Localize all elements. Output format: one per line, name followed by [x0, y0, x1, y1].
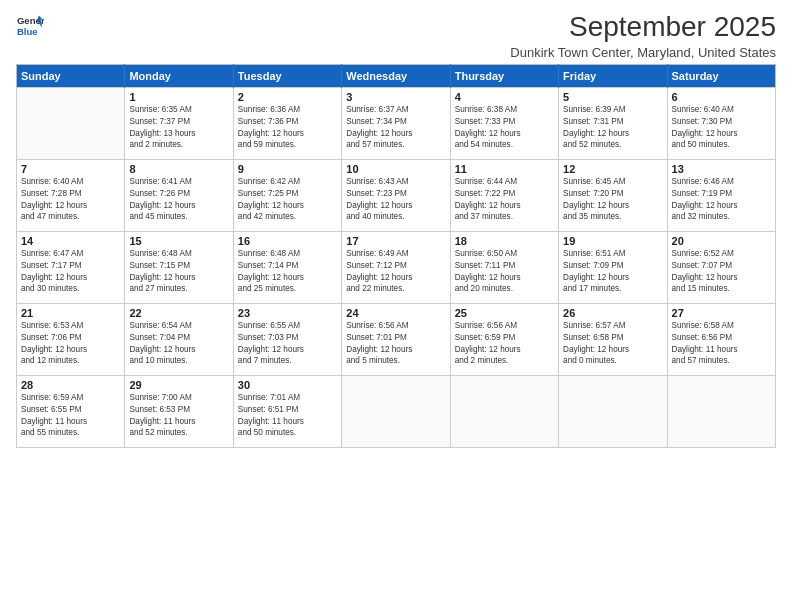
day-number: 3 — [346, 91, 445, 103]
day-info: Sunrise: 6:50 AMSunset: 7:11 PMDaylight:… — [455, 248, 554, 296]
day-number: 14 — [21, 235, 120, 247]
day-number: 18 — [455, 235, 554, 247]
day-info: Sunrise: 6:47 AMSunset: 7:17 PMDaylight:… — [21, 248, 120, 296]
day-info: Sunrise: 6:43 AMSunset: 7:23 PMDaylight:… — [346, 176, 445, 224]
calendar-week-2: 7Sunrise: 6:40 AMSunset: 7:28 PMDaylight… — [17, 159, 776, 231]
calendar-cell: 10Sunrise: 6:43 AMSunset: 7:23 PMDayligh… — [342, 159, 450, 231]
day-number: 24 — [346, 307, 445, 319]
day-number: 17 — [346, 235, 445, 247]
day-number: 10 — [346, 163, 445, 175]
day-number: 6 — [672, 91, 771, 103]
calendar-cell — [450, 375, 558, 447]
day-number: 23 — [238, 307, 337, 319]
calendar-week-3: 14Sunrise: 6:47 AMSunset: 7:17 PMDayligh… — [17, 231, 776, 303]
logo-icon: General Blue — [16, 12, 44, 40]
day-info: Sunrise: 6:37 AMSunset: 7:34 PMDaylight:… — [346, 104, 445, 152]
day-number: 13 — [672, 163, 771, 175]
day-info: Sunrise: 6:48 AMSunset: 7:15 PMDaylight:… — [129, 248, 228, 296]
day-number: 5 — [563, 91, 662, 103]
day-number: 16 — [238, 235, 337, 247]
title-block: September 2025 Dunkirk Town Center, Mary… — [510, 12, 776, 60]
calendar-cell: 3Sunrise: 6:37 AMSunset: 7:34 PMDaylight… — [342, 87, 450, 159]
calendar-cell: 23Sunrise: 6:55 AMSunset: 7:03 PMDayligh… — [233, 303, 341, 375]
day-info: Sunrise: 6:56 AMSunset: 7:01 PMDaylight:… — [346, 320, 445, 368]
calendar-cell: 6Sunrise: 6:40 AMSunset: 7:30 PMDaylight… — [667, 87, 775, 159]
calendar-cell: 26Sunrise: 6:57 AMSunset: 6:58 PMDayligh… — [559, 303, 667, 375]
calendar-cell: 27Sunrise: 6:58 AMSunset: 6:56 PMDayligh… — [667, 303, 775, 375]
calendar-cell: 12Sunrise: 6:45 AMSunset: 7:20 PMDayligh… — [559, 159, 667, 231]
col-monday: Monday — [125, 64, 233, 87]
day-number: 1 — [129, 91, 228, 103]
calendar-cell: 20Sunrise: 6:52 AMSunset: 7:07 PMDayligh… — [667, 231, 775, 303]
day-info: Sunrise: 6:54 AMSunset: 7:04 PMDaylight:… — [129, 320, 228, 368]
calendar-cell: 1Sunrise: 6:35 AMSunset: 7:37 PMDaylight… — [125, 87, 233, 159]
day-number: 22 — [129, 307, 228, 319]
calendar-header-row: Sunday Monday Tuesday Wednesday Thursday… — [17, 64, 776, 87]
calendar-cell: 15Sunrise: 6:48 AMSunset: 7:15 PMDayligh… — [125, 231, 233, 303]
day-info: Sunrise: 6:38 AMSunset: 7:33 PMDaylight:… — [455, 104, 554, 152]
day-info: Sunrise: 6:40 AMSunset: 7:28 PMDaylight:… — [21, 176, 120, 224]
day-info: Sunrise: 6:44 AMSunset: 7:22 PMDaylight:… — [455, 176, 554, 224]
calendar-cell: 14Sunrise: 6:47 AMSunset: 7:17 PMDayligh… — [17, 231, 125, 303]
day-number: 2 — [238, 91, 337, 103]
calendar-cell: 5Sunrise: 6:39 AMSunset: 7:31 PMDaylight… — [559, 87, 667, 159]
calendar-cell: 8Sunrise: 6:41 AMSunset: 7:26 PMDaylight… — [125, 159, 233, 231]
calendar-cell: 2Sunrise: 6:36 AMSunset: 7:36 PMDaylight… — [233, 87, 341, 159]
day-info: Sunrise: 6:55 AMSunset: 7:03 PMDaylight:… — [238, 320, 337, 368]
day-number: 7 — [21, 163, 120, 175]
col-sunday: Sunday — [17, 64, 125, 87]
col-friday: Friday — [559, 64, 667, 87]
day-info: Sunrise: 6:45 AMSunset: 7:20 PMDaylight:… — [563, 176, 662, 224]
col-wednesday: Wednesday — [342, 64, 450, 87]
calendar-cell: 25Sunrise: 6:56 AMSunset: 6:59 PMDayligh… — [450, 303, 558, 375]
calendar-cell: 21Sunrise: 6:53 AMSunset: 7:06 PMDayligh… — [17, 303, 125, 375]
calendar-cell: 28Sunrise: 6:59 AMSunset: 6:55 PMDayligh… — [17, 375, 125, 447]
day-number: 8 — [129, 163, 228, 175]
day-info: Sunrise: 7:01 AMSunset: 6:51 PMDaylight:… — [238, 392, 337, 440]
day-info: Sunrise: 6:36 AMSunset: 7:36 PMDaylight:… — [238, 104, 337, 152]
day-number: 19 — [563, 235, 662, 247]
day-info: Sunrise: 6:46 AMSunset: 7:19 PMDaylight:… — [672, 176, 771, 224]
col-thursday: Thursday — [450, 64, 558, 87]
day-info: Sunrise: 6:57 AMSunset: 6:58 PMDaylight:… — [563, 320, 662, 368]
calendar-cell: 29Sunrise: 7:00 AMSunset: 6:53 PMDayligh… — [125, 375, 233, 447]
day-info: Sunrise: 6:51 AMSunset: 7:09 PMDaylight:… — [563, 248, 662, 296]
calendar-cell: 19Sunrise: 6:51 AMSunset: 7:09 PMDayligh… — [559, 231, 667, 303]
day-info: Sunrise: 6:40 AMSunset: 7:30 PMDaylight:… — [672, 104, 771, 152]
day-info: Sunrise: 6:56 AMSunset: 6:59 PMDaylight:… — [455, 320, 554, 368]
day-info: Sunrise: 6:39 AMSunset: 7:31 PMDaylight:… — [563, 104, 662, 152]
calendar-cell: 4Sunrise: 6:38 AMSunset: 7:33 PMDaylight… — [450, 87, 558, 159]
day-number: 25 — [455, 307, 554, 319]
calendar-cell — [667, 375, 775, 447]
day-info: Sunrise: 6:42 AMSunset: 7:25 PMDaylight:… — [238, 176, 337, 224]
calendar-cell: 9Sunrise: 6:42 AMSunset: 7:25 PMDaylight… — [233, 159, 341, 231]
calendar-cell: 30Sunrise: 7:01 AMSunset: 6:51 PMDayligh… — [233, 375, 341, 447]
calendar-week-4: 21Sunrise: 6:53 AMSunset: 7:06 PMDayligh… — [17, 303, 776, 375]
day-info: Sunrise: 6:41 AMSunset: 7:26 PMDaylight:… — [129, 176, 228, 224]
day-info: Sunrise: 6:53 AMSunset: 7:06 PMDaylight:… — [21, 320, 120, 368]
day-info: Sunrise: 6:49 AMSunset: 7:12 PMDaylight:… — [346, 248, 445, 296]
day-number: 30 — [238, 379, 337, 391]
day-info: Sunrise: 6:48 AMSunset: 7:14 PMDaylight:… — [238, 248, 337, 296]
calendar-cell: 7Sunrise: 6:40 AMSunset: 7:28 PMDaylight… — [17, 159, 125, 231]
calendar-week-1: 1Sunrise: 6:35 AMSunset: 7:37 PMDaylight… — [17, 87, 776, 159]
calendar-cell — [559, 375, 667, 447]
calendar-cell: 24Sunrise: 6:56 AMSunset: 7:01 PMDayligh… — [342, 303, 450, 375]
calendar-cell: 16Sunrise: 6:48 AMSunset: 7:14 PMDayligh… — [233, 231, 341, 303]
day-number: 21 — [21, 307, 120, 319]
day-number: 9 — [238, 163, 337, 175]
day-number: 20 — [672, 235, 771, 247]
day-number: 12 — [563, 163, 662, 175]
col-tuesday: Tuesday — [233, 64, 341, 87]
subtitle: Dunkirk Town Center, Maryland, United St… — [510, 45, 776, 60]
day-info: Sunrise: 6:52 AMSunset: 7:07 PMDaylight:… — [672, 248, 771, 296]
calendar-cell — [17, 87, 125, 159]
day-number: 15 — [129, 235, 228, 247]
calendar-cell: 13Sunrise: 6:46 AMSunset: 7:19 PMDayligh… — [667, 159, 775, 231]
col-saturday: Saturday — [667, 64, 775, 87]
day-info: Sunrise: 6:35 AMSunset: 7:37 PMDaylight:… — [129, 104, 228, 152]
day-info: Sunrise: 6:58 AMSunset: 6:56 PMDaylight:… — [672, 320, 771, 368]
day-number: 28 — [21, 379, 120, 391]
logo: General Blue — [16, 12, 44, 40]
calendar-cell: 17Sunrise: 6:49 AMSunset: 7:12 PMDayligh… — [342, 231, 450, 303]
